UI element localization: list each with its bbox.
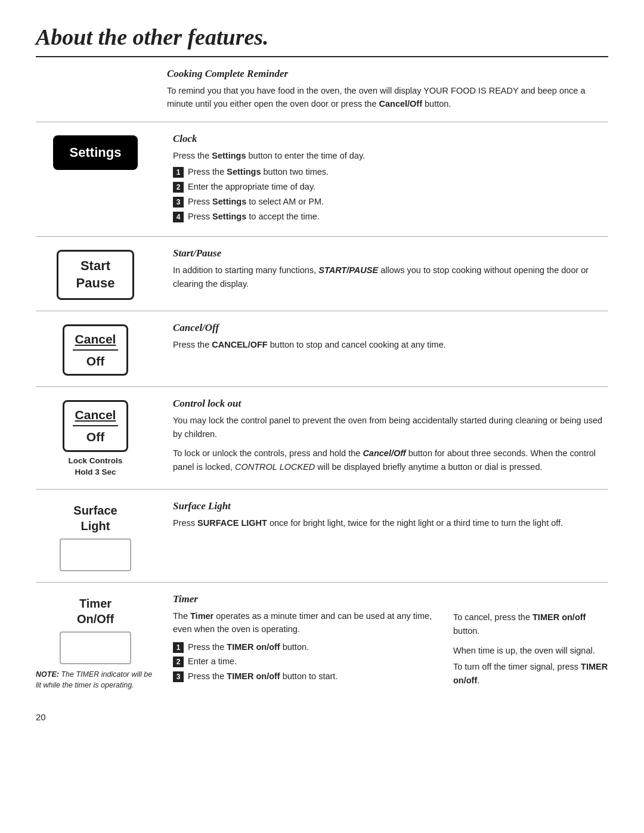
timer-step-2: 2 Enter a time. bbox=[173, 655, 435, 668]
cancel-off-button[interactable]: Cancel Off bbox=[63, 324, 128, 376]
step4-text: Press Settings to accept the time. bbox=[188, 210, 320, 224]
surface-line2: Light bbox=[73, 518, 117, 534]
cancel-off-right: Cancel/Off Press the CANCEL/OFF button t… bbox=[167, 322, 608, 351]
surface-light-button[interactable] bbox=[60, 538, 131, 571]
control-lock-section: Cancel Off Lock Controls Hold 3 Sec Cont… bbox=[36, 387, 608, 489]
step3-num: 3 bbox=[173, 197, 184, 208]
timer-step-1: 1 Press the TIMER on/off button. bbox=[173, 641, 435, 654]
settings-button[interactable]: Settings bbox=[53, 135, 138, 170]
cooking-complete-body: To remind you that you have food in the … bbox=[167, 86, 586, 109]
timer-note: NOTE: The TIMER indicator will be lit wh… bbox=[36, 669, 155, 690]
clock-step-1: 1 Press the Settings button two times. bbox=[173, 166, 608, 179]
timer-signal-line: When time is up, the oven will signal. bbox=[453, 644, 608, 658]
control-lock-para1: You may lock the control panel to preven… bbox=[173, 414, 608, 441]
timer-col-left: The Timer operates as a minute timer and… bbox=[173, 609, 435, 688]
page-title: About the other features. bbox=[36, 24, 608, 50]
cancel-label: Cancel bbox=[73, 331, 118, 347]
control-lock-heading: Control lock out bbox=[173, 398, 608, 410]
start-pause-left: Start Pause bbox=[36, 247, 167, 299]
surface-light-left: Surface Light bbox=[36, 500, 167, 571]
control-off-label: Off bbox=[73, 429, 118, 445]
settings-section: Settings Clock Press the Settings button… bbox=[36, 122, 608, 237]
cancel-off-left: Cancel Off bbox=[36, 322, 167, 376]
control-lock-button[interactable]: Cancel Off bbox=[63, 400, 128, 452]
cancel-off-text: Press the CANCEL/OFF button to stop and … bbox=[173, 338, 608, 351]
clock-step-4: 4 Press Settings to accept the time. bbox=[173, 210, 608, 224]
clock-heading: Clock bbox=[173, 133, 608, 145]
clock-step-3: 3 Press Settings to select AM or PM. bbox=[173, 196, 608, 209]
timer-button[interactable] bbox=[60, 631, 131, 664]
control-cancel-label: Cancel bbox=[73, 407, 118, 423]
control-lock-right: Control lock out You may lock the contro… bbox=[167, 398, 608, 473]
clock-intro-text: Press the bbox=[173, 151, 209, 160]
start-pause-section: Start Pause Start/Pause In addition to s… bbox=[36, 237, 608, 311]
timer-line1: Timer bbox=[77, 596, 114, 611]
surface-light-section: Surface Light Surface Light Press SURFAC… bbox=[36, 490, 608, 583]
timer-line2: On/Off bbox=[77, 611, 114, 627]
lock-line1: Lock Controls bbox=[69, 456, 123, 467]
off-label: Off bbox=[73, 353, 118, 369]
surface-light-text: Press SURFACE LIGHT once for bright ligh… bbox=[173, 516, 608, 529]
timer-step3-num: 3 bbox=[173, 671, 184, 682]
surface-light-right: Surface Light Press SURFACE LIGHT once f… bbox=[167, 500, 608, 529]
cooking-complete-heading: Cooking Complete Reminder bbox=[167, 68, 608, 80]
timer-step2-text: Enter a time. bbox=[188, 655, 237, 668]
step1-num: 1 bbox=[173, 167, 184, 178]
step3-text: Press Settings to select AM or PM. bbox=[188, 196, 324, 209]
start-pause-right: Start/Pause In addition to starting many… bbox=[167, 247, 608, 290]
surface-light-label: Surface Light bbox=[73, 503, 117, 534]
surface-line1: Surface bbox=[73, 503, 117, 518]
timer-label: Timer On/Off bbox=[77, 596, 114, 627]
start-pause-heading: Start/Pause bbox=[173, 247, 608, 259]
timer-col-right: To cancel, press the TIMER on/off button… bbox=[453, 609, 608, 688]
clock-intro: Press the Settings button to enter the t… bbox=[173, 149, 608, 162]
cooking-complete-left bbox=[36, 68, 167, 70]
cooking-complete-right: Cooking Complete Reminder To remind you … bbox=[167, 68, 608, 111]
cooking-complete-text: To remind you that you have food in the … bbox=[167, 84, 608, 111]
start-pause-button[interactable]: Start Pause bbox=[57, 250, 134, 299]
cancel-off-divider bbox=[73, 349, 118, 351]
control-lock-left: Cancel Off Lock Controls Hold 3 Sec bbox=[36, 398, 167, 478]
settings-right: Clock Press the Settings button to enter… bbox=[167, 133, 608, 225]
clock-intro-end: button to enter the time of day. bbox=[249, 151, 366, 160]
timer-step2-num: 2 bbox=[173, 657, 184, 667]
timer-turnoff-line: To turn off the timer signal, press TIME… bbox=[453, 660, 608, 688]
timer-cancel-line: To cancel, press the TIMER on/off button… bbox=[453, 611, 608, 638]
timer-left: Timer On/Off NOTE: The TIMER indicator w… bbox=[36, 593, 167, 690]
clock-step-2: 2 Enter the appropriate time of day. bbox=[173, 181, 608, 194]
cooking-complete-section: Cooking Complete Reminder To remind you … bbox=[36, 57, 608, 122]
control-lock-para2: To lock or unlock the controls, press an… bbox=[173, 447, 608, 473]
timer-section: Timer On/Off NOTE: The TIMER indicator w… bbox=[36, 583, 608, 701]
cooking-complete-end: button. bbox=[425, 99, 451, 109]
timer-step1-num: 1 bbox=[173, 642, 184, 653]
step2-num: 2 bbox=[173, 182, 184, 193]
timer-para1: The Timer operates as a minute timer and… bbox=[173, 609, 435, 636]
step4-num: 4 bbox=[173, 212, 184, 222]
timer-steps: 1 Press the TIMER on/off button. 2 Enter… bbox=[173, 641, 435, 683]
start-label: Start bbox=[69, 258, 122, 275]
timer-content: The Timer operates as a minute timer and… bbox=[173, 609, 608, 688]
clock-steps: 1 Press the Settings button two times. 2… bbox=[173, 166, 608, 223]
timer-step3-text: Press the TIMER on/off button to start. bbox=[188, 670, 338, 683]
lock-line2: Hold 3 Sec bbox=[69, 467, 123, 478]
timer-heading: Timer bbox=[173, 593, 608, 605]
clock-intro-bold: Settings bbox=[212, 151, 246, 160]
timer-right: Timer The Timer operates as a minute tim… bbox=[167, 593, 608, 688]
step2-text: Enter the appropriate time of day. bbox=[188, 181, 315, 194]
surface-light-heading: Surface Light bbox=[173, 500, 608, 512]
settings-left: Settings bbox=[36, 133, 167, 170]
timer-step-3: 3 Press the TIMER on/off button to start… bbox=[173, 670, 435, 683]
page-number: 20 bbox=[36, 712, 608, 722]
lock-controls-label: Lock Controls Hold 3 Sec bbox=[69, 456, 123, 478]
cooking-complete-bold: Cancel/Off bbox=[379, 99, 422, 109]
cancel-off-section: Cancel Off Cancel/Off Press the CANCEL/O… bbox=[36, 311, 608, 388]
control-lock-divider bbox=[73, 425, 118, 426]
step1-text: Press the Settings button two times. bbox=[188, 166, 329, 179]
cancel-off-heading: Cancel/Off bbox=[173, 322, 608, 334]
timer-note-bold: NOTE: bbox=[36, 670, 59, 679]
pause-label: Pause bbox=[69, 275, 122, 292]
timer-step1-text: Press the TIMER on/off button. bbox=[188, 641, 309, 654]
start-pause-text: In addition to starting many functions, … bbox=[173, 264, 608, 290]
